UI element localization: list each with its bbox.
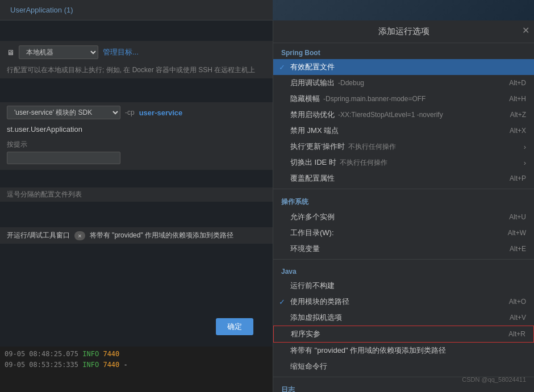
log-date-2: 09-05 08:53:25:335 <box>5 361 78 369</box>
sdk-area: 'user-service' 模块的 SDK -cp user-service <box>0 102 273 123</box>
overlay-header: 添加运行选项 <box>273 20 534 43</box>
menu-label-disable-startup: 禁用启动优化 <box>290 110 335 120</box>
vm-options-label: 按提示 <box>7 140 27 149</box>
menu-item-working-dir[interactable]: 工作目录(W): Alt+W <box>273 225 534 241</box>
menu-label-allow-multiple: 允许多个实例 <box>290 212 335 222</box>
divider-1 <box>273 189 534 189</box>
ok-button-area: 确定 <box>216 318 273 335</box>
log-level-2: INFO <box>82 361 99 369</box>
vm-options-input[interactable] <box>7 152 120 164</box>
shortcut-program-args: Alt+R <box>508 330 525 338</box>
overlay-title: 添加运行选项 <box>378 26 429 36</box>
menu-item-disable-jmx[interactable]: 禁用 JMX 端点 Alt+X <box>273 123 534 139</box>
divider-2 <box>273 259 534 260</box>
overlay-panel: ✕ 添加运行选项 Spring Boot ✓ 有效配置文件 启用调试输出 -Dd… <box>273 20 534 392</box>
menu-item-short-command[interactable]: 缩短命令行 <box>273 358 534 374</box>
check-icon-use-module-classpath: ✓ <box>279 298 285 306</box>
menu-flag-enable-debug: -Ddebug <box>338 79 364 87</box>
menu-label-env-vars: 环境变量 <box>290 244 320 254</box>
machine-area: 🖥 本地机器 管理目标... <box>0 41 273 64</box>
menu-label-on-ide-hide: 切换出 IDE 时 <box>290 157 336 168</box>
menu-subtext-on-ide-hide: 不执行任何操作 <box>340 158 387 168</box>
menu-label-hide-banner: 隐藏横幅 <box>290 94 320 104</box>
info-text: 行配置可以在本地或目标上执行; 例如, 在 Docker 容器中或使用 SSH … <box>7 66 255 74</box>
tab-user-application[interactable]: UserApplication (1) <box>6 6 78 14</box>
close-button[interactable]: ✕ <box>522 25 529 36</box>
menu-flag-disable-startup: -XX:TieredStopAtLevel=1 -noverify <box>338 111 443 119</box>
vm-options-area: 按提示 <box>0 136 273 170</box>
section-spring-boot: Spring Boot <box>273 43 534 59</box>
arrow-on-update: › <box>524 143 526 151</box>
log-line-1: 09-05 08:48:25.075 INFO 7440 <box>5 349 268 360</box>
main-class-value: st.user.UserApplication <box>7 125 82 134</box>
menu-label-active-profiles: 有效配置文件 <box>290 62 335 72</box>
section-java: Java <box>273 262 534 278</box>
menu-item-enable-debug[interactable]: 启用调试输出 -Ddebug Alt+D <box>273 75 534 91</box>
config-hint: 逗号分隔的配置文件列表 <box>0 187 273 202</box>
arrow-on-ide-hide: › <box>524 159 526 167</box>
manage-targets-link[interactable]: 管理目标... <box>103 47 139 57</box>
open-tool-close[interactable]: × <box>74 231 85 240</box>
menu-item-allow-multiple[interactable]: 允许多个实例 Alt+U <box>273 209 534 225</box>
menu-label-add-vm-options: 添加虚拟机选项 <box>290 312 342 323</box>
check-icon-active-profiles: ✓ <box>279 63 285 72</box>
log-line-2: 09-05 08:53:25:335 INFO 7440 - <box>5 360 268 370</box>
menu-item-hide-banner[interactable]: 隐藏横幅 -Dspring.main.banner-mode=OFF Alt+H <box>273 91 534 107</box>
shortcut-hide-banner: Alt+H <box>509 95 526 103</box>
menu-label-provided-scope: 将带有 "provided" 作用域的依赖项添加到类路径 <box>290 345 446 356</box>
shortcut-override-config: Alt+P <box>510 174 526 182</box>
shortcut-use-module-classpath: Alt+O <box>509 298 526 306</box>
menu-item-no-build[interactable]: 运行前不构建 <box>273 278 534 294</box>
menu-item-on-update[interactable]: 执行'更新'操作时 不执行任何操作 › <box>273 139 534 155</box>
menu-label-enable-debug: 启用调试输出 <box>290 78 335 88</box>
cp-value: user-service <box>139 109 183 117</box>
bottom-checkboxes: 开运行/调试工具窗口 × 将带有 "provided" 作用域的依赖项添加到类路… <box>0 227 273 244</box>
shortcut-disable-jmx: Alt+X <box>510 127 526 135</box>
shortcut-enable-debug: Alt+D <box>509 79 526 87</box>
menu-label-program-args: 程序实参 <box>291 329 320 339</box>
main-class-area: st.user.UserApplication <box>0 122 273 137</box>
menu-item-use-module-classpath[interactable]: ✓ 使用模块的类路径 Alt+O <box>273 294 534 310</box>
info-text-area: 行配置可以在本地或目标上执行; 例如, 在 Docker 容器中或使用 SSH … <box>0 61 273 78</box>
menu-subtext-on-update: 不执行任何操作 <box>348 142 396 152</box>
menu-item-active-profiles[interactable]: ✓ 有效配置文件 <box>273 59 534 75</box>
menu-item-on-ide-hide[interactable]: 切换出 IDE 时 不执行任何操作 › <box>273 155 534 170</box>
csdn-watermark: CSDN @qq_58024411 <box>462 376 526 383</box>
menu-item-add-vm-options[interactable]: 添加虚拟机选项 Alt+V <box>273 310 534 326</box>
config-hint-text: 逗号分隔的配置文件列表 <box>7 190 82 198</box>
computer-icon: 🖥 <box>7 48 14 57</box>
shortcut-working-dir: Alt+W <box>508 229 526 237</box>
cp-label: -cp <box>125 109 135 116</box>
dep-text: 将带有 "provided" 作用域的依赖项添加到类路径 <box>90 231 233 240</box>
menu-item-disable-startup[interactable]: 禁用启动优化 -XX:TieredStopAtLevel=1 -noverify… <box>273 107 534 123</box>
shortcut-add-vm-options: Alt+V <box>510 314 526 322</box>
menu-item-provided-scope[interactable]: 将带有 "provided" 作用域的依赖项添加到类路径 <box>273 343 534 358</box>
top-bar: UserApplication (1) <box>0 0 273 20</box>
menu-label-short-command: 缩短命令行 <box>290 361 327 372</box>
section-os: 操作系统 <box>273 191 534 209</box>
sdk-select[interactable]: 'user-service' 模块的 SDK <box>7 106 120 119</box>
menu-flag-hide-banner: -Dspring.main.banner-mode=OFF <box>323 95 425 103</box>
menu-label-on-update: 执行'更新'操作时 <box>290 141 345 152</box>
log-area: 09-05 08:48:25.075 INFO 7440 09-05 08:53… <box>0 347 273 392</box>
menu-item-program-args[interactable]: 程序实参 Alt+R <box>273 326 534 343</box>
log-pid-2: 7440 <box>103 361 119 369</box>
machine-select[interactable]: 本地机器 <box>19 45 98 59</box>
ok-button[interactable]: 确定 <box>216 318 253 335</box>
bg-image-area <box>273 0 534 20</box>
log-pid-1: 7440 <box>103 350 119 358</box>
menu-label-override-config: 覆盖配置属性 <box>290 173 335 184</box>
log-level-1: INFO <box>82 350 99 358</box>
shortcut-env-vars: Alt+E <box>510 245 526 253</box>
shortcut-disable-startup: Alt+Z <box>510 111 526 119</box>
open-tool-label: 开运行/调试工具窗口 <box>7 231 70 240</box>
menu-item-env-vars[interactable]: 环境变量 Alt+E <box>273 241 534 257</box>
log-date-1: 09-05 08:48:25.075 <box>5 350 78 358</box>
menu-label-use-module-classpath: 使用模块的类路径 <box>290 297 349 307</box>
menu-item-override-config[interactable]: 覆盖配置属性 Alt+P <box>273 170 534 186</box>
shortcut-allow-multiple: Alt+U <box>509 213 526 221</box>
menu-label-disable-jmx: 禁用 JMX 端点 <box>290 126 339 136</box>
overlay-body[interactable]: Spring Boot ✓ 有效配置文件 启用调试输出 -Ddebug Alt+… <box>273 43 534 392</box>
menu-label-working-dir: 工作目录(W): <box>290 228 334 238</box>
menu-label-no-build: 运行前不构建 <box>290 281 335 291</box>
